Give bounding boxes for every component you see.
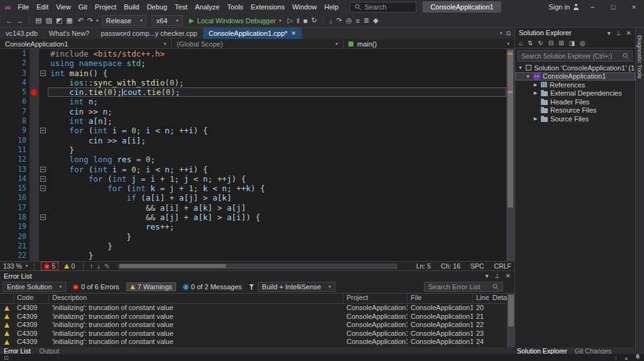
show-all-files-icon[interactable]: ⊞ [558,40,564,47]
sign-in-button[interactable]: Sign in [548,3,579,11]
diagnostic-tools-tab[interactable]: Diagnostic Tools [636,35,643,79]
menu-item-analyze[interactable]: Analyze [191,3,223,11]
zoom-level[interactable]: 133 % [3,262,22,270]
switch-views-icon[interactable]: ⇅ [528,40,533,47]
fold-margin[interactable] [39,136,48,145]
pin-icon[interactable]: ⊥ [494,272,500,279]
breakpoint-margin[interactable] [30,116,39,126]
breakpoint-margin[interactable] [30,213,39,222]
breakpoint-margin[interactable] [30,174,39,184]
save-icon[interactable]: ◩ [54,16,64,25]
quick-search-box[interactable]: Search [350,2,416,13]
solution-explorer-search-box[interactable]: Search Solution Explorer (Ctrl+;) [518,50,633,62]
tree-item[interactable]: ▼Solution 'ConsoleApplication1' (1 of 1 … [515,64,635,72]
collapse-region-icon[interactable]: − [40,214,46,220]
code-text[interactable]: for (int k = j + 1; k < n; ++k) { [48,184,506,193]
fold-margin[interactable] [39,87,48,97]
window-layout-icon[interactable]: ⊡ [506,30,511,36]
bookmark-icon[interactable]: ◆ [371,16,380,25]
fold-margin[interactable]: − [39,69,48,78]
expander-icon[interactable]: ▶ [533,116,538,121]
code-text[interactable]: int main() { [48,69,506,78]
maximize-button[interactable]: □ [606,3,621,11]
code-text[interactable]: int n; [48,97,506,106]
fold-margin[interactable] [39,222,48,231]
collapse-all-icon[interactable]: ⊟ [548,40,553,47]
breakpoint-margin[interactable] [30,193,39,203]
publish-icon[interactable]: ↑ [614,355,618,361]
panel-tab-git-changes[interactable]: Git Changes [575,347,611,355]
breakpoint-icon[interactable] [31,89,37,96]
menu-item-project[interactable]: Project [91,3,120,11]
menu-item-test[interactable]: Test [171,3,191,11]
scrollbar-thumb[interactable] [508,50,513,208]
code-text[interactable]: ios::sync_with_stdio(0); [48,78,506,87]
panel-tab-output[interactable]: Output [40,347,60,355]
source-filter-select[interactable]: Build + IntelliSense▾ [258,282,335,292]
fold-margin[interactable]: − [39,184,48,193]
column-header-description[interactable]: Description [49,294,343,303]
menu-item-debug[interactable]: Debug [143,3,170,11]
breakpoint-margin[interactable] [30,136,39,145]
menu-item-git[interactable]: Git [75,3,91,11]
collapse-region-icon[interactable]: − [40,186,46,191]
close-button[interactable]: × [626,3,641,11]
edit-pen-icon[interactable]: ✎ [104,262,109,270]
code-text[interactable]: for (int j = i + 1; j < n; ++j) { [48,174,506,184]
scope-filter-select[interactable]: Entire Solution▾ [3,282,66,292]
background-tasks-icon[interactable]: ⊡ [4,355,9,361]
collapse-region-icon[interactable]: − [40,70,46,76]
column-header-project[interactable]: Project [343,294,408,303]
error-row[interactable]: C4309'initializing': truncation of const… [0,321,514,330]
document-tab[interactable]: What's New? [43,28,95,39]
menu-item-file[interactable]: File [14,3,33,11]
redo-icon[interactable]: ↷ [86,16,95,25]
code-text[interactable]: } [48,145,506,155]
fold-margin[interactable]: − [39,126,48,135]
menu-item-tools[interactable]: Tools [223,3,247,11]
close-icon[interactable]: ✕ [506,272,511,279]
uncomment-icon[interactable]: ≣ [362,16,371,25]
notifications-bell-icon[interactable] [635,354,640,361]
home-icon[interactable]: ⌂ [519,40,523,47]
document-tab[interactable]: vc143.pdb [0,28,43,39]
fold-margin[interactable] [39,242,48,251]
collapse-region-icon[interactable]: − [40,176,46,182]
fold-margin[interactable] [39,107,48,116]
solution-platform-select[interactable]: x64▾ [152,15,182,26]
menu-item-help[interactable]: Help [321,3,343,11]
undo-icon[interactable]: ↶ [76,16,86,25]
expander-icon[interactable]: ▼ [518,65,523,70]
restart-icon[interactable]: ↻ [309,16,319,25]
start-without-debugging-icon[interactable]: ▷ [286,16,294,25]
expander-icon[interactable]: ▶ [533,82,538,87]
save-all-icon[interactable]: ▦ [64,16,74,25]
breakpoint-margin[interactable] [30,58,39,68]
fold-margin[interactable] [39,49,48,58]
code-text[interactable]: cin.tie(0);cout.tie(0); [48,87,506,97]
step-into-icon[interactable]: ↓ [327,17,335,25]
fold-margin[interactable]: − [39,165,48,174]
fold-margin[interactable]: − [39,174,48,184]
open-file-icon[interactable]: ▨ [43,16,53,25]
breakpoint-margin[interactable] [30,87,39,97]
breakpoint-margin[interactable] [30,78,39,87]
chevron-down-icon[interactable]: ▾ [26,264,28,269]
code-text[interactable]: if (a[i] + a[j] > a[k] [48,193,506,203]
navigate-forward-icon[interactable]: → [14,17,25,25]
menu-item-window[interactable]: Window [289,3,321,11]
code-text[interactable]: } [48,232,506,242]
fold-margin[interactable] [39,155,48,164]
error-row[interactable]: C4309'initializing': truncation of const… [0,338,514,347]
breakpoint-margin[interactable] [30,145,39,155]
pin-icon[interactable]: ⊥ [616,30,621,36]
expander-icon[interactable]: ▶ [533,91,538,96]
breakpoint-margin[interactable] [30,97,39,106]
breakpoint-margin[interactable] [30,155,39,164]
menu-item-extensions[interactable]: Extensions [247,3,289,11]
code-text[interactable]: } [48,251,506,260]
minimize-button[interactable]: − [585,3,600,11]
preview-selected-icon[interactable]: ◎ [580,40,586,47]
scrollbar-thumb[interactable] [508,295,514,326]
fold-margin[interactable] [39,203,48,213]
